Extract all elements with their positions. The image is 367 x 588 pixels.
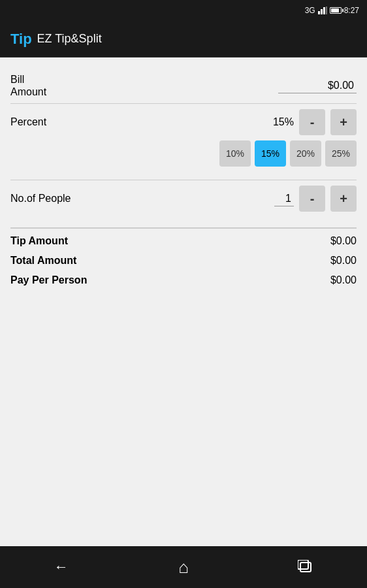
tip-amount-label: Tip Amount — [10, 235, 68, 247]
status-bar: 3G 8:27 — [0, 0, 367, 21]
total-amount-row: Total Amount $0.00 — [10, 251, 357, 270]
app-tip-label: Tip — [10, 31, 32, 48]
percent-increment-button[interactable]: + — [330, 109, 357, 135]
bill-label-line2: Amount — [10, 86, 46, 98]
nav-bar: ← ⌂ — [0, 546, 367, 588]
svg-rect-4 — [300, 563, 311, 572]
bill-amount-input[interactable] — [278, 78, 357, 93]
people-value-display: 1 — [274, 191, 294, 206]
bill-label-line1: Bill — [10, 73, 46, 86]
percent-decrement-button[interactable]: - — [299, 109, 325, 135]
people-controls: 1 - + — [274, 186, 357, 212]
results-section: Tip Amount $0.00 Total Amount $0.00 Pay … — [10, 228, 357, 290]
svg-rect-2 — [323, 7, 325, 14]
pay-per-person-row: Pay Per Person $0.00 — [10, 270, 357, 290]
percent-value-display: 15% — [268, 116, 294, 128]
total-amount-label: Total Amount — [10, 255, 76, 267]
svg-rect-3 — [326, 7, 327, 14]
people-label: No.of People — [10, 193, 71, 204]
battery-icon — [330, 7, 342, 14]
people-row: No.of People 1 - + — [10, 180, 357, 217]
recent-apps-icon — [298, 560, 313, 574]
percent-25-button[interactable]: 25% — [325, 140, 357, 167]
percent-label: Percent — [10, 116, 46, 128]
total-amount-value: $0.00 — [330, 255, 357, 267]
back-icon: ← — [54, 559, 69, 576]
status-icons: 3G 8:27 — [305, 6, 359, 15]
home-button[interactable]: ⌂ — [168, 551, 199, 583]
percent-15-button[interactable]: 15% — [255, 140, 286, 167]
app-header: Tip EZ Tip&Split — [0, 21, 367, 57]
percent-10-button[interactable]: 10% — [219, 140, 251, 167]
main-content: Bill Amount Percent 15% - + 10% 15% 20% … — [0, 57, 367, 301]
tip-amount-row: Tip Amount $0.00 — [10, 231, 357, 251]
signal-bars-icon — [318, 7, 327, 14]
people-increment-button[interactable]: + — [330, 186, 357, 212]
recent-apps-button[interactable] — [290, 551, 321, 583]
percent-row: Percent 15% - + — [10, 104, 357, 138]
signal-text: 3G — [305, 6, 315, 15]
home-icon: ⌂ — [178, 557, 189, 578]
back-button[interactable]: ← — [46, 551, 77, 583]
pay-per-person-value: $0.00 — [330, 274, 357, 286]
app-name: EZ Tip&Split — [37, 32, 102, 46]
time-display: 8:27 — [344, 6, 359, 15]
bill-amount-row: Bill Amount — [10, 68, 357, 103]
tip-amount-value: $0.00 — [330, 235, 357, 247]
percent-controls: 15% - + — [268, 109, 357, 135]
percent-20-button[interactable]: 20% — [290, 140, 321, 167]
pay-per-person-label: Pay Per Person — [10, 274, 87, 286]
percent-section: Percent 15% - + 10% 15% 20% 25% — [10, 104, 357, 174]
svg-rect-0 — [318, 11, 320, 14]
people-section: No.of People 1 - + — [10, 180, 357, 217]
bill-input-area — [278, 78, 357, 93]
percent-preset-buttons: 10% 15% 20% 25% — [10, 138, 357, 174]
svg-rect-5 — [298, 560, 308, 569]
bill-label-block: Bill Amount — [10, 73, 46, 98]
svg-rect-1 — [321, 9, 323, 14]
people-decrement-button[interactable]: - — [299, 186, 325, 212]
